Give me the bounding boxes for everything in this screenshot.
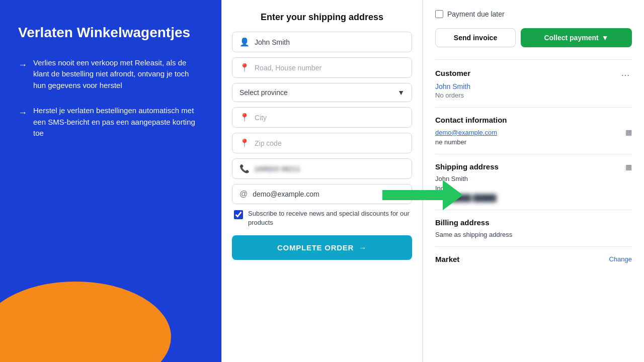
left-panel-text-1: Verlies nooit een verkoop met Releasit, … (33, 57, 203, 92)
market-section-title: Market (435, 255, 459, 263)
contact-email-row: demo@example.com ▦ (435, 128, 632, 136)
customer-name-link[interactable]: John Smith (435, 82, 632, 90)
arrow-bullet-1: → (18, 58, 27, 72)
customer-more-button[interactable]: … (619, 68, 632, 78)
zip-input[interactable] (255, 139, 405, 147)
complete-order-label: COMPLETE ORDER (277, 243, 354, 252)
divider-1 (435, 59, 632, 60)
phone-icon: 📞 (239, 164, 250, 173)
copy-email-icon[interactable]: ▦ (625, 128, 632, 136)
payment-due-row: Payment due later (435, 10, 632, 18)
market-section-header: Market Change (435, 255, 632, 263)
copy-shipping-icon[interactable]: ▦ (625, 163, 632, 171)
shipping-country: India (435, 185, 632, 192)
province-select[interactable]: Select province ▼ (232, 83, 412, 102)
payment-due-label: Payment due later (447, 10, 505, 18)
location-icon-zip: 📍 (239, 138, 250, 148)
shipping-section-title: Shipping address (435, 162, 499, 171)
contact-phone-row: ne number (435, 138, 632, 146)
city-field-wrapper: 📍 (232, 107, 412, 128)
chevron-down-icon: ▼ (397, 88, 405, 97)
green-arrow (382, 180, 463, 210)
shipping-phone-row: +91 █████ █████ (435, 194, 632, 202)
customer-no-orders: No orders (435, 92, 632, 99)
collect-payment-button[interactable]: Collect payment ▼ (521, 28, 632, 47)
name-input[interactable] (255, 38, 405, 46)
left-panel-item-2: → Herstel je verlaten bestellingen autom… (18, 105, 203, 139)
green-arrow-overlay (382, 180, 463, 210)
send-invoice-button[interactable]: Send invoice (435, 28, 516, 47)
zip-field-wrapper: 📍 (232, 133, 412, 153)
shipping-section-header: Shipping address ▦ (435, 162, 632, 171)
phone-input[interactable] (255, 165, 405, 173)
divider-2 (435, 107, 632, 108)
collect-payment-label: Collect payment (544, 34, 599, 42)
left-panel-text-2: Herstel je verlaten bestellingen automat… (33, 105, 203, 139)
subscribe-row: Subscribe to receive news and special di… (232, 209, 412, 227)
email-icon: @ (239, 190, 248, 199)
city-input[interactable] (255, 114, 405, 122)
email-input[interactable] (253, 190, 405, 198)
phone-field-wrapper: 📞 (232, 158, 412, 179)
left-panel: Verlaten Winkelwagentjes → Verlies nooit… (0, 0, 221, 362)
address-input[interactable] (255, 64, 405, 72)
person-icon: 👤 (239, 37, 250, 47)
divider-5 (435, 246, 632, 247)
collect-chevron-icon: ▼ (602, 34, 609, 42)
arrow-body (382, 190, 443, 200)
contact-phone-placeholder: ne number (435, 138, 466, 146)
form-title: Enter your shipping address (232, 12, 412, 23)
province-label: Select province (239, 88, 288, 97)
billing-same: Same as shipping address (435, 231, 632, 238)
payment-due-checkbox[interactable] (435, 10, 443, 18)
name-field-wrapper: 👤 (232, 32, 412, 52)
location-icon-city: 📍 (239, 113, 250, 122)
market-change-link[interactable]: Change (609, 255, 632, 263)
left-panel-title: Verlaten Winkelwagentjes (18, 24, 203, 41)
contact-section-header: Contact information (435, 116, 632, 124)
contact-email-link[interactable]: demo@example.com (435, 129, 497, 136)
billing-section-header: Billing address (435, 218, 632, 227)
action-buttons: Send invoice Collect payment ▼ (435, 28, 632, 47)
orange-blob (0, 282, 171, 362)
billing-section-title: Billing address (435, 218, 490, 227)
shipping-name: John Smith (435, 175, 632, 183)
complete-arrow-icon: → (359, 243, 367, 252)
address-field-wrapper: 📍 (232, 57, 412, 78)
complete-order-button[interactable]: COMPLETE ORDER → (232, 235, 412, 260)
subscribe-checkbox[interactable] (234, 210, 243, 219)
arrow-bullet-2: → (18, 106, 27, 120)
divider-3 (435, 154, 632, 154)
arrow-head (443, 180, 463, 210)
left-panel-item-1: → Verlies nooit een verkoop met Releasit… (18, 57, 203, 92)
customer-section-header: Customer … (435, 68, 632, 78)
divider-4 (435, 210, 632, 210)
subscribe-label: Subscribe to receive news and special di… (248, 209, 410, 227)
location-icon-address: 📍 (239, 63, 250, 72)
contact-section-title: Contact information (435, 116, 507, 124)
customer-section-title: Customer (435, 69, 470, 77)
